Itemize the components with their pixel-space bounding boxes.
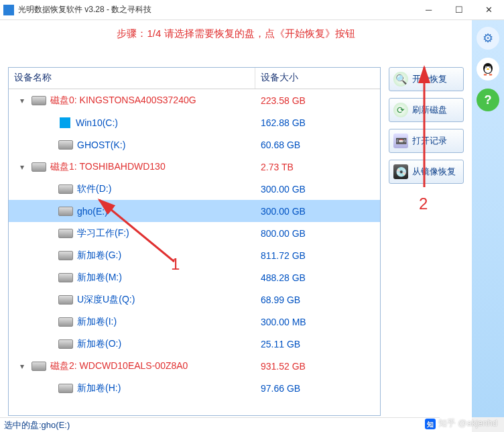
qq-icon[interactable] [477, 58, 499, 80]
disk-icon [58, 140, 73, 150]
partition-row[interactable]: U深度U盘(Q:)68.99 GB [9, 288, 380, 311]
disk-icon [58, 339, 73, 349]
row-size: 162.88 GB [255, 117, 306, 128]
help-icon[interactable]: ? [477, 89, 499, 111]
tree-body[interactable]: ▾磁盘0: KINGSTONSA400S37240G223.58 GBWin10… [9, 89, 380, 415]
row-label: 磁盘0: KINGSTONSA400S37240G [50, 95, 196, 107]
disk-icon [58, 384, 73, 393]
window-title: 光明数据恢复软件 v3.28 - 数之寻科技 [18, 4, 414, 15]
row-label: 新加卷(O:) [77, 338, 121, 350]
row-size: 300.00 GB [255, 206, 306, 217]
minimize-button[interactable]: ─ [414, 0, 444, 20]
row-size: 300.00 GB [255, 184, 306, 195]
disk-row[interactable]: ▾磁盘1: TOSHIBAHDWD1302.73 TB [9, 156, 380, 178]
start-label: 开始恢复 [412, 73, 447, 85]
disk-icon [58, 184, 73, 194]
expand-chevron-icon[interactable]: ▾ [17, 96, 27, 105]
row-size: 68.99 GB [255, 294, 300, 305]
disk-icon [32, 96, 46, 105]
expand-chevron-icon[interactable]: ▾ [17, 162, 27, 172]
row-label: gho(E:) [77, 206, 108, 217]
svg-point-5 [489, 66, 490, 67]
disk-icon [58, 295, 73, 305]
button-panel: 🔍 开始恢复 ⟳ 刷新磁盘 📼 打开记录 💿 从镜像恢复 [389, 67, 464, 416]
row-size: 97.66 GB [255, 383, 300, 394]
partition-row[interactable]: 新加卷(M:)488.28 GB [9, 266, 380, 288]
disk-icon [58, 273, 73, 282]
mirror-label: 从镜像恢复 [412, 166, 456, 178]
settings-icon[interactable]: ⚙ [477, 27, 499, 50]
record-icon: 📼 [393, 133, 408, 148]
disk-icon [32, 162, 46, 172]
partition-row[interactable]: GHOST(K:)60.68 GB [9, 133, 380, 156]
app-icon [3, 5, 14, 15]
search-icon: 🔍 [393, 72, 408, 87]
column-size[interactable]: 设备大小 [255, 68, 380, 89]
row-label: Win10(C:) [76, 117, 118, 128]
row-size: 800.00 GB [255, 228, 306, 239]
close-button[interactable]: ✕ [474, 0, 504, 20]
disk-icon [58, 207, 73, 216]
row-size: 811.72 GB [255, 250, 306, 261]
column-name[interactable]: 设备名称 [9, 68, 255, 89]
partition-row[interactable]: 新加卷(H:)97.66 GB [9, 377, 380, 399]
row-size: 300.00 MB [255, 317, 306, 327]
partition-row[interactable]: gho(E:)300.00 GB [9, 200, 380, 222]
step-instruction: 步骤：1/4 请选择需要恢复的盘，点《开始恢复》按钮 [0, 20, 472, 47]
disk-row[interactable]: ▾磁盘0: KINGSTONSA400S37240G223.58 GB [9, 89, 380, 111]
row-label: 新加卷(I:) [77, 316, 117, 328]
watermark: 知知乎 @akjenhd [425, 417, 497, 429]
mirror-icon: 💿 [393, 164, 408, 179]
tree-header: 设备名称 设备大小 [9, 68, 380, 89]
open-record-button[interactable]: 📼 打开记录 [389, 129, 464, 153]
partition-row[interactable]: 软件(D:)300.00 GB [9, 178, 380, 200]
partition-row[interactable]: 新加卷(I:)300.00 MB [9, 311, 380, 333]
expand-chevron-icon[interactable]: ▾ [17, 362, 27, 371]
row-size: 223.58 GB [255, 95, 306, 106]
partition-row[interactable]: 新加卷(O:)25.11 GB [9, 333, 380, 355]
disk-row[interactable]: ▾磁盘2: WDCWD10EALS-00Z8A0931.52 GB [9, 355, 380, 377]
refresh-disk-button[interactable]: ⟳ 刷新磁盘 [389, 98, 464, 122]
status-bar: 选中的盘:gho(E:) [0, 417, 440, 432]
row-label: 新加卷(M:) [77, 272, 122, 284]
disk-icon [58, 251, 73, 260]
row-label: 学习工作(F:) [77, 227, 129, 239]
row-size: 488.28 GB [255, 272, 306, 283]
row-label: 磁盘1: TOSHIBAHDWD130 [50, 161, 166, 173]
start-recovery-button[interactable]: 🔍 开始恢复 [389, 67, 464, 91]
row-size: 2.73 TB [255, 162, 294, 172]
zhihu-icon: 知 [425, 419, 436, 429]
row-label: 新加卷(G:) [77, 250, 121, 262]
partition-row[interactable]: 学习工作(F:)800.00 GB [9, 222, 380, 244]
row-size: 931.52 GB [255, 361, 306, 372]
record-label: 打开记录 [412, 135, 447, 147]
content-row: 设备名称 设备大小 ▾磁盘0: KINGSTONSA400S37240G223.… [8, 67, 464, 416]
titlebar: 光明数据恢复软件 v3.28 - 数之寻科技 ─ ☐ ✕ [0, 0, 504, 20]
partition-row[interactable]: Win10(C:)162.88 GB [9, 111, 380, 133]
row-label: 软件(D:) [77, 183, 111, 195]
main-area: 步骤：1/4 请选择需要恢复的盘，点《开始恢复》按钮 设备名称 设备大小 ▾磁盘… [0, 20, 472, 432]
partition-row[interactable]: 新加卷(G:)811.72 GB [9, 244, 380, 266]
right-sidebar: ⚙ ? [472, 20, 504, 417]
maximize-button[interactable]: ☐ [444, 0, 474, 20]
row-size: 25.11 GB [255, 339, 300, 349]
windows-icon [60, 117, 70, 128]
svg-text:知: 知 [426, 421, 434, 428]
recover-from-mirror-button[interactable]: 💿 从镜像恢复 [389, 160, 464, 184]
disk-icon [58, 229, 73, 238]
refresh-icon: ⟳ [393, 103, 408, 117]
row-label: 磁盘2: WDCWD10EALS-00Z8A0 [50, 360, 188, 372]
svg-point-4 [486, 66, 487, 67]
row-label: U深度U盘(Q:) [77, 294, 135, 306]
refresh-label: 刷新磁盘 [412, 104, 447, 116]
svg-point-6 [487, 68, 489, 70]
disk-icon [58, 317, 73, 327]
row-label: 新加卷(H:) [77, 382, 121, 394]
row-label: GHOST(K:) [77, 140, 125, 150]
disk-icon [32, 362, 46, 371]
row-size: 60.68 GB [255, 140, 300, 150]
device-tree-panel: 设备名称 设备大小 ▾磁盘0: KINGSTONSA400S37240G223.… [8, 67, 381, 416]
